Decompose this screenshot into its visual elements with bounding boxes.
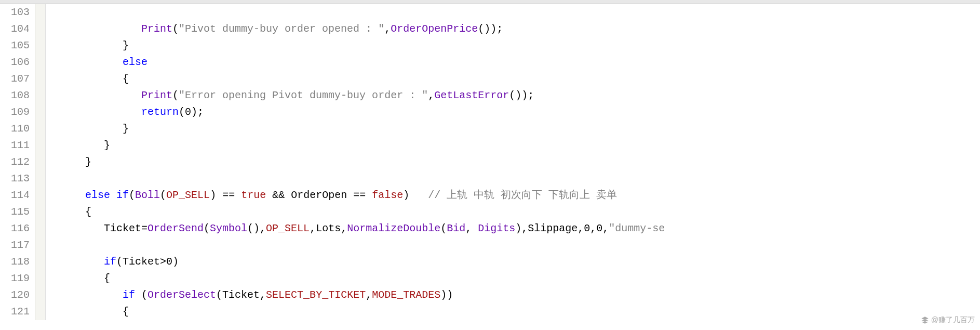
line-number: 120 <box>0 287 30 303</box>
line-number: 110 <box>0 121 30 137</box>
code-line[interactable]: { <box>48 71 980 87</box>
code-line[interactable]: } <box>48 154 980 170</box>
watermark: @赚了几百万 <box>921 315 975 320</box>
line-number: 121 <box>0 303 30 320</box>
line-number: 119 <box>0 270 30 287</box>
code-line[interactable] <box>48 237 980 254</box>
code-line[interactable]: Ticket=OrderSend(Symbol(),OP_SELL,Lots,N… <box>48 220 980 237</box>
code-line[interactable]: if(Ticket>0) <box>48 254 980 270</box>
code-line[interactable]: } <box>48 137 980 154</box>
code-line[interactable]: if (OrderSelect(Ticket,SELECT_BY_TICKET,… <box>48 287 980 303</box>
line-number: 117 <box>0 237 30 254</box>
line-number: 118 <box>0 254 30 270</box>
line-number-gutter: 103 104 105 106 107 108 109 110 111 112 … <box>0 4 35 320</box>
code-line[interactable]: else <box>48 54 980 71</box>
line-number: 112 <box>0 154 30 170</box>
code-line[interactable]: { <box>48 303 980 320</box>
code-line[interactable]: else if(Boll(OP_SELL) == true && OrderOp… <box>48 187 980 204</box>
line-number: 104 <box>0 21 30 37</box>
code-line[interactable]: Print("Error opening Pivot dummy-buy ord… <box>48 87 980 104</box>
line-number: 113 <box>0 170 30 187</box>
code-line[interactable]: { <box>48 270 980 287</box>
code-line[interactable]: } <box>48 37 980 54</box>
line-number: 111 <box>0 137 30 154</box>
line-number: 106 <box>0 54 30 71</box>
code-editor[interactable]: 103 104 105 106 107 108 109 110 111 112 … <box>0 4 980 320</box>
code-line[interactable]: } <box>48 121 980 137</box>
line-number: 114 <box>0 187 30 204</box>
line-number: 103 <box>0 4 30 21</box>
line-number: 115 <box>0 204 30 220</box>
watermark-icon <box>921 316 929 320</box>
code-line[interactable]: { <box>48 204 980 220</box>
code-line[interactable]: Print("Pivot dummy-buy order opened : ",… <box>48 21 980 37</box>
line-number: 116 <box>0 220 30 237</box>
line-number: 109 <box>0 104 30 121</box>
line-number: 108 <box>0 87 30 104</box>
watermark-text: @赚了几百万 <box>931 315 975 320</box>
code-line[interactable] <box>48 170 980 187</box>
code-line[interactable]: return(0); <box>48 104 980 121</box>
code-line[interactable] <box>48 4 980 21</box>
tab-bar <box>0 0 980 4</box>
fold-margin[interactable] <box>35 4 46 320</box>
code-content[interactable]: Print("Pivot dummy-buy order opened : ",… <box>46 4 980 320</box>
line-number: 105 <box>0 37 30 54</box>
line-number: 107 <box>0 71 30 87</box>
